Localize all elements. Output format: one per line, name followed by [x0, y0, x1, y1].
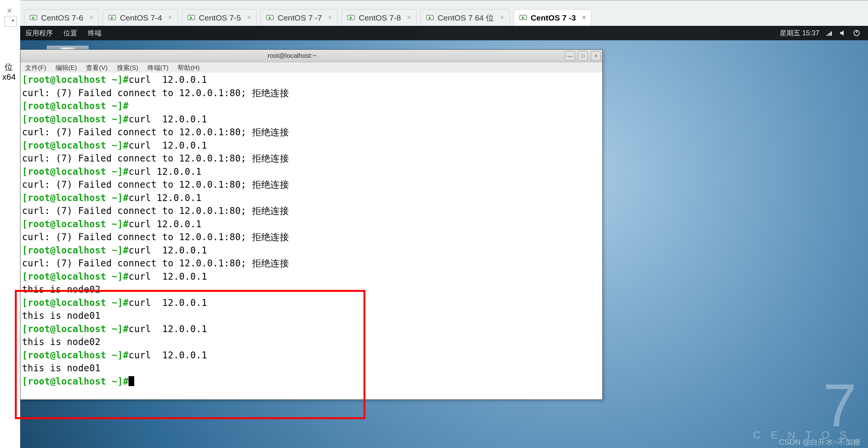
host-label-wei: 位	[5, 62, 13, 73]
power-icon[interactable]	[853, 29, 860, 37]
vm-tab-label: CentOS 7-8	[359, 13, 401, 22]
window-close-button[interactable]: ×	[591, 51, 601, 61]
menu-help[interactable]: 帮助(H)	[173, 63, 204, 72]
vm-tab-3[interactable]: CentOS 7 -7×	[260, 9, 338, 26]
vm-icon	[30, 14, 37, 22]
tab-close-icon[interactable]: ×	[168, 14, 172, 22]
vm-tab-label: CentOS 7 -3	[531, 13, 576, 22]
menu-terminal[interactable]: 终端(T)	[143, 63, 173, 72]
tab-close-icon[interactable]: ×	[500, 14, 504, 22]
vm-tab-label: CentOS 7 64 位	[438, 13, 494, 23]
vm-icon	[347, 14, 355, 22]
vm-tab-2[interactable]: CentOS 7-5×	[182, 9, 257, 26]
menu-search[interactable]: 搜索(S)	[112, 63, 143, 72]
terminal-menubar: 文件(F) 编辑(E) 查看(V) 搜索(S) 终端(T) 帮助(H)	[21, 62, 602, 73]
vm-icon	[266, 14, 274, 22]
vm-tab-1[interactable]: CentOS 7-4×	[103, 9, 178, 26]
vm-tab-4[interactable]: CentOS 7-8×	[341, 9, 416, 26]
vm-tab-label: CentOS 7 -7	[278, 13, 322, 22]
terminal-title: root@localhost:~	[21, 52, 563, 60]
vm-tab-label: CentOS 7-5	[199, 13, 241, 22]
panel-clock[interactable]: 星期五 15:37	[780, 28, 819, 38]
panel-menu-terminal[interactable]: 终端	[83, 28, 107, 38]
menu-view[interactable]: 查看(V)	[81, 63, 112, 72]
tab-close-icon[interactable]: ×	[407, 14, 411, 22]
csdn-watermark: CSDN @白开水~不加糖	[779, 437, 860, 447]
terminal-titlebar[interactable]: root@localhost:~ — □ ×	[21, 50, 602, 62]
network-icon[interactable]	[825, 29, 833, 37]
panel-menu-places[interactable]: 位置	[58, 28, 83, 38]
vm-icon	[108, 14, 116, 22]
terminal-body[interactable]: [root@localhost ~]#curl 12.0.0.1curl: (7…	[21, 73, 602, 399]
window-maximize-button[interactable]: □	[578, 51, 588, 61]
tab-close-icon[interactable]: ×	[89, 14, 94, 22]
vm-tab-5[interactable]: CentOS 7 64 位×	[421, 9, 510, 26]
host-close-icon[interactable]: ×	[7, 5, 12, 16]
tab-close-icon[interactable]: ×	[247, 14, 251, 22]
vm-icon	[426, 14, 434, 22]
vm-icon	[187, 14, 195, 22]
tab-close-icon[interactable]: ×	[582, 14, 586, 22]
terminal-window: root@localhost:~ — □ × 文件(F) 编辑(E) 查看(V)…	[20, 49, 603, 400]
centos-seven-glyph: 7	[753, 375, 857, 436]
host-sidebar: × 位 x64	[0, 0, 21, 448]
guest-desktop: 应用程序 位置 终端 星期五 15:37 root@localhost:~ — …	[20, 26, 868, 448]
panel-menu-applications[interactable]: 应用程序	[20, 28, 58, 38]
vm-tab-0[interactable]: CentOS 7-6×	[24, 9, 99, 26]
vm-workspace: CentOS 7-6×CentOS 7-4×CentOS 7-5×CentOS …	[20, 0, 868, 448]
vm-tab-6[interactable]: CentOS 7 -3×	[514, 9, 592, 26]
host-dropdown[interactable]	[5, 16, 17, 27]
menu-file[interactable]: 文件(F)	[21, 63, 51, 72]
host-label-x64: x64	[2, 72, 16, 82]
vm-tab-label: CentOS 7-6	[41, 13, 83, 22]
tab-close-icon[interactable]: ×	[328, 14, 332, 22]
vm-icon	[519, 14, 527, 22]
svg-rect-15	[856, 30, 857, 33]
vm-tab-label: CentOS 7-4	[120, 13, 162, 22]
volume-icon[interactable]	[839, 29, 847, 37]
vm-tabbar: CentOS 7-6×CentOS 7-4×CentOS 7-5×CentOS …	[24, 9, 592, 26]
gnome-top-panel: 应用程序 位置 终端 星期五 15:37	[20, 26, 868, 40]
centos-watermark: 7 CENTOS	[753, 375, 857, 441]
menu-edit[interactable]: 编辑(E)	[51, 63, 82, 72]
window-minimize-button[interactable]: —	[565, 51, 575, 61]
